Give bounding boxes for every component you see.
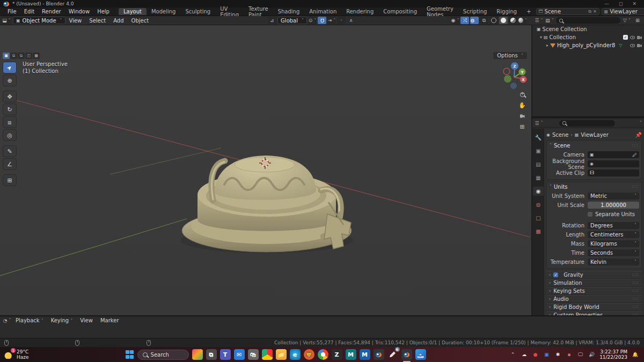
gizmo-minus-x-axis[interactable] [503,68,510,75]
shading-rendered-icon[interactable] [518,17,527,24]
shading-solid-icon[interactable] [499,17,508,24]
pin-icon[interactable]: 📌 [635,132,642,138]
properties-editor-type-button[interactable]: ☰ [535,120,543,127]
chrome-icon[interactable] [318,349,328,360]
breadcrumb-viewlayer[interactable]: ViewLayer [581,132,609,138]
units-panel-header[interactable]: ˅ Units ∷∷ [547,182,641,191]
mode-dropdown[interactable]: ▣ Object Mode [13,17,65,24]
outliner-row-scene-collection[interactable]: ▣ Scene Collection [532,25,644,33]
menu-window[interactable]: Window [65,9,93,14]
background-scene-field[interactable]: ◉ [588,160,639,167]
dragmode-intersect-icon[interactable]: ▦ [33,53,40,59]
gravity-panel-header[interactable]: › ✓ Gravity ∷∷ [546,271,642,279]
tray-expand-icon[interactable]: ⌃ [509,351,516,358]
app-triangle-icon[interactable] [262,349,273,360]
unit-system-select[interactable]: Metric [588,193,639,200]
menu-view[interactable]: View [65,18,86,24]
start-button[interactable] [126,350,134,359]
menu-object[interactable]: Object [128,18,153,24]
properties-search-input[interactable] [559,120,615,127]
file-explorer-icon[interactable]: 📁 [276,349,287,360]
menu-select[interactable]: Select [85,18,109,24]
delete-scene-icon[interactable]: ✕ [593,9,597,14]
options-dropdown[interactable]: Options [493,52,527,59]
outliner-new-collection-icon[interactable]: ⊞ [633,17,642,24]
gizmo-minus-y-axis[interactable] [504,75,511,83]
outliner-editor-type-button[interactable]: ☰ [535,17,543,24]
menu-help[interactable]: Help [93,9,113,14]
scene-selector[interactable]: 🗖 Scene ⧉ ✕ [536,8,599,15]
task-view-icon[interactable]: ⧉ [206,349,217,360]
xray-toggle-icon[interactable]: ⧉ [480,17,488,24]
gravity-checkbox[interactable]: ✓ [553,272,558,277]
3d-model-pot[interactable] [181,156,353,253]
tab-shading[interactable]: Shading [273,8,305,15]
collection-hide-icon[interactable] [630,36,635,39]
tab-sculpting[interactable]: Sculpting [180,8,215,15]
marker-menu[interactable]: Marker [97,317,122,323]
tool-add-cube[interactable]: ⊞ [3,174,17,186]
dragmode-set-icon[interactable]: ▣ [3,53,10,59]
dragmode-extend-icon[interactable]: ⧉ [10,53,17,59]
gizmos-icon[interactable]: ⤭ [460,17,469,24]
zbrush-icon[interactable]: Z [332,349,342,360]
tab-animation[interactable]: Animation [304,8,341,15]
outliner-display-mode-button[interactable]: ▤ [545,17,554,24]
onedrive-icon[interactable]: ☁ [521,351,528,358]
mudbox-icon[interactable]: M [360,349,370,360]
photos-icon[interactable]: 🗻 [415,349,426,360]
keying-sets-panel-header[interactable]: ›Keying Sets ∷∷ [546,287,642,295]
outliner-row-object[interactable]: ▸ High_poly_pCylinder8 ▽ [532,41,644,49]
editor-type-button[interactable]: ⬓ [2,17,11,24]
minimize-button[interactable]: — [604,1,609,6]
taskbar-app-colorful-icon[interactable] [192,349,203,360]
maya-icon[interactable]: M [346,349,356,360]
dragmode-invert-icon[interactable]: ◫ [25,53,32,59]
navigation-gizmo[interactable]: Z Y X [503,62,527,89]
store-icon[interactable]: 🛍 [248,349,259,360]
tray-app-red-icon[interactable]: ● [532,351,539,358]
unit-scale-slider[interactable]: 1.000000 [588,202,639,209]
tab-layout[interactable]: Layout [119,8,147,15]
shading-wireframe-icon[interactable] [489,17,498,24]
tab-compositing[interactable]: Compositing [378,8,422,15]
tray-app-blue-icon[interactable]: ▣ [543,351,550,358]
orientation-dropdown[interactable]: Global [277,17,307,24]
separate-units-row[interactable]: Separate Units [588,211,635,217]
perspective-toggle-button[interactable]: ⊞ [516,122,528,131]
new-scene-icon[interactable]: ⧉ [588,9,591,14]
tab-rigging[interactable]: Rigging [492,8,522,15]
menu-file[interactable]: File [4,9,20,14]
tab-tool-properties[interactable]: 🔧 [533,133,544,142]
tab-rendering[interactable]: Rendering [341,8,378,15]
close-button[interactable]: ✕ [632,1,636,6]
blender-taskbar-icon[interactable] [401,349,412,360]
object-hide-icon[interactable] [630,44,635,47]
dragmode-subtract-icon[interactable]: ⧉ [18,53,25,59]
volume-icon[interactable]: 🔊 [588,351,595,358]
add-workspace-button[interactable]: + [522,8,536,15]
tab-scene-properties[interactable]: ◉ [533,187,544,196]
audio-panel-header[interactable]: ›Audio ∷∷ [546,295,642,303]
overlays-icon[interactable]: ◍ [470,17,479,24]
tab-modeling[interactable]: Modeling [147,8,181,15]
collection-render-icon[interactable] [637,35,642,39]
snap-magnet-icon[interactable]: Ω [318,17,326,24]
tab-world-properties[interactable]: ◍ [533,200,544,209]
notifications-bell-icon[interactable]: 🔔 [632,351,639,358]
tool-transform[interactable]: ◎ [3,129,17,141]
time-select[interactable]: Seconds [588,249,639,256]
tool-measure[interactable]: ∠ [3,158,17,170]
menu-add[interactable]: Add [109,18,127,24]
proportional-editing-icon[interactable]: ◦ [337,17,346,24]
scene-panel-header[interactable]: ˅ Scene ∷∷ [547,141,641,150]
pen-input-icon[interactable]: 🖉6 [387,349,398,360]
view-menu[interactable]: View [77,317,96,323]
tab-render-properties[interactable]: ▣ [533,146,544,156]
viewport-3d[interactable]: Z Y X ▣ ⧉ ⧉ ◫ ▦ User Perspective (1) Col… [0,25,531,315]
blender-alt-icon[interactable] [374,349,384,360]
pivot-point-icon[interactable]: ⊙ [308,17,317,24]
teams-icon[interactable]: T [220,349,231,360]
mass-select[interactable]: Kilograms [588,240,639,247]
tab-viewlayer-properties[interactable]: ▦ [533,173,544,182]
